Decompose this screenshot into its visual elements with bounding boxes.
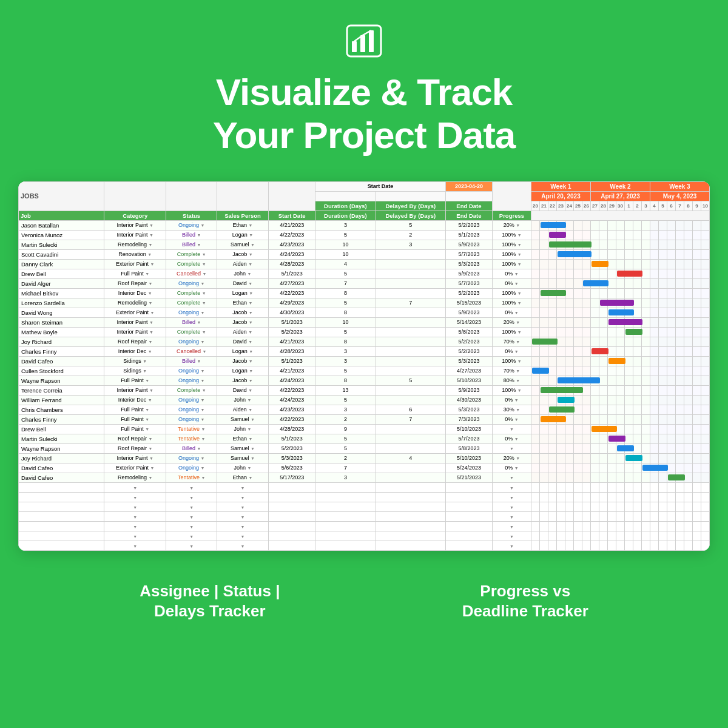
gantt-cell xyxy=(625,337,633,346)
gantt-cell xyxy=(701,443,710,453)
gantt-cell xyxy=(676,414,684,424)
gantt-cell xyxy=(633,346,642,356)
empty-job xyxy=(19,521,104,531)
gantt-cell xyxy=(548,327,557,337)
gantt-cell xyxy=(616,230,625,240)
duration: 8 xyxy=(315,337,376,346)
sales-person: Jacob ▼ xyxy=(217,317,268,327)
gantt-cell xyxy=(616,288,625,298)
svg-rect-2 xyxy=(360,35,365,52)
status: Complete ▼ xyxy=(166,385,217,395)
gantt-cell xyxy=(574,230,582,240)
gantt-cell xyxy=(676,317,684,327)
gantt-cell xyxy=(540,395,548,405)
gantt-cell xyxy=(667,240,676,249)
progress: 0% ▼ xyxy=(492,278,531,288)
duration: 3 xyxy=(315,346,376,356)
gantt-cell xyxy=(582,385,591,395)
job-name: Lorenzo Sardella xyxy=(19,298,104,308)
start-date: 5/1/2023 xyxy=(269,356,315,366)
gantt-cell xyxy=(557,453,565,463)
gantt-cell xyxy=(591,249,599,259)
sales-person: Jacob ▼ xyxy=(217,376,268,385)
gantt-cell xyxy=(625,259,633,269)
gantt-cell xyxy=(540,249,548,259)
gantt-cell xyxy=(659,249,667,259)
gantt-cell xyxy=(608,249,616,259)
gantt-cell xyxy=(701,376,710,385)
status-col-header: Status xyxy=(166,211,217,220)
progress: ▼ xyxy=(492,443,531,453)
job-name: Scott Cavadini xyxy=(19,249,104,259)
gantt-cell xyxy=(693,230,701,240)
gantt-cell xyxy=(625,346,633,356)
end-date: 5/8/2023 xyxy=(445,327,492,337)
gantt-cell xyxy=(608,463,616,473)
gantt-cell xyxy=(693,434,701,443)
gantt-cell xyxy=(650,317,659,327)
gantt-cell xyxy=(574,269,582,278)
gantt-cell xyxy=(565,317,574,327)
gantt-cell xyxy=(616,395,625,405)
gantt-cell xyxy=(667,414,676,424)
gantt-cell xyxy=(608,346,616,356)
delayed-by: 7 xyxy=(376,298,445,308)
gantt-cell xyxy=(676,288,684,298)
gantt-cell xyxy=(548,269,557,278)
week2-date: April 27, 2023 xyxy=(591,191,650,201)
gantt-cell xyxy=(642,366,650,376)
empty-row: ▼ ▼ ▼ ▼ xyxy=(19,502,710,511)
category: Remodeling ▼ xyxy=(104,298,166,308)
gantt-cell xyxy=(548,278,557,288)
empty-job xyxy=(19,541,104,550)
status: Billed ▼ xyxy=(166,356,217,366)
category: Sidings ▼ xyxy=(104,366,166,376)
gantt-cell xyxy=(701,337,710,346)
status: Complete ▼ xyxy=(166,288,217,298)
gantt-cell xyxy=(582,288,591,298)
start-date: 5/3/2023 xyxy=(269,453,315,463)
empty-job xyxy=(19,492,104,502)
gantt-cell xyxy=(642,463,650,473)
gantt-cell xyxy=(676,249,684,259)
gantt-cell xyxy=(642,269,650,278)
gantt-cell xyxy=(582,443,591,453)
gantt-cell xyxy=(633,230,642,240)
gantt-cell xyxy=(667,298,676,308)
gantt-cell xyxy=(642,346,650,356)
gantt-cell xyxy=(582,463,591,473)
gantt-cell xyxy=(659,337,667,346)
gantt-cell xyxy=(616,414,625,424)
gantt-cell xyxy=(650,366,659,376)
sales-person: Ethan ▼ xyxy=(217,220,268,230)
empty-row: ▼ ▼ ▼ ▼ xyxy=(19,541,710,550)
gantt-cell xyxy=(531,414,540,424)
gantt-cell xyxy=(557,434,565,443)
day-26: 26 xyxy=(582,201,591,211)
gantt-cell xyxy=(616,453,625,463)
gantt-cell xyxy=(574,298,582,308)
progress: 20% ▼ xyxy=(492,453,531,463)
gantt-cell xyxy=(684,463,693,473)
gantt-cell xyxy=(540,405,548,414)
sales-person: Samuel ▼ xyxy=(217,453,268,463)
category: Full Paint ▼ xyxy=(104,405,166,414)
gantt-cell xyxy=(591,434,599,443)
gantt-cell xyxy=(548,395,557,405)
gantt-cell xyxy=(616,385,625,395)
gantt-cell xyxy=(701,366,710,376)
gantt-cell xyxy=(616,473,625,482)
gantt-cell xyxy=(650,269,659,278)
gantt-cell xyxy=(650,453,659,463)
end-date: 4/27/2023 xyxy=(445,366,492,376)
table-row: Charles Finny Full Paint ▼ Ongoing ▼ Sam… xyxy=(19,414,710,424)
gantt-cell xyxy=(540,240,548,249)
category: Full Paint ▼ xyxy=(104,414,166,424)
gantt-cell xyxy=(642,473,650,482)
day-10: 10 xyxy=(701,201,710,211)
gantt-cell xyxy=(625,473,633,482)
gantt-cell xyxy=(540,317,548,327)
gantt-cell xyxy=(684,337,693,346)
delayed-by xyxy=(376,366,445,376)
gantt-cell xyxy=(591,288,599,298)
